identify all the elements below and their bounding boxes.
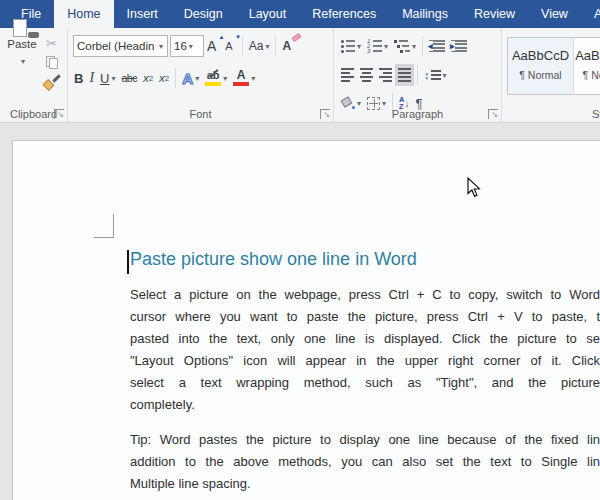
bullets-icon: [341, 40, 355, 53]
sort-down-arrow-icon: ↓: [404, 98, 409, 109]
margin-corner-mark: [94, 214, 114, 238]
document-page[interactable]: Paste picture show one line in Word Sele…: [12, 140, 600, 500]
text-line: Tip: Word pastes the picture to display …: [130, 429, 600, 451]
shrink-font-arrow-icon: ▾: [236, 33, 240, 41]
paste-button[interactable]: Paste ▾: [4, 35, 40, 68]
style-no-spacing[interactable]: AaBbCcDc ¶ No Spac: [574, 38, 600, 94]
document-heading[interactable]: Paste picture show one line in Word: [130, 249, 600, 270]
multilevel-list-icon: [394, 40, 410, 53]
tab-references[interactable]: References: [299, 0, 389, 28]
bold-button[interactable]: B: [71, 67, 86, 89]
grow-font-button[interactable]: A▴: [204, 35, 222, 57]
styles-group-label: Styles: [502, 108, 600, 120]
document-paragraph-2[interactable]: Tip: Word pastes the picture to display …: [130, 429, 600, 495]
style-preview: AaBbCcDc: [574, 48, 600, 63]
numbering-button[interactable]: 1 2 3 ▾: [364, 35, 391, 57]
text-line: addition to the above methods, you can a…: [130, 451, 600, 473]
tab-home[interactable]: Home: [54, 0, 113, 28]
font-dialog-launcher[interactable]: ↘: [320, 109, 330, 119]
numbering-icon: 1 2 3: [367, 40, 382, 53]
font-group: Corbel (Headin ▾ 16 ▾ A▴ A▾ Aa ▾: [68, 28, 334, 122]
align-left-button[interactable]: [338, 64, 357, 86]
clear-formatting-button[interactable]: A: [279, 35, 299, 57]
shrink-font-button[interactable]: A▾: [222, 35, 238, 57]
clipboard-group: Paste ▾ ✂ Clipboard ↘: [0, 28, 68, 122]
ribbon-tab-bar: File Home Insert Design Layout Reference…: [0, 0, 600, 28]
paste-label: Paste: [4, 38, 40, 50]
copy-icon[interactable]: [46, 56, 58, 69]
style-preview: AaBbCcD: [508, 48, 573, 63]
justify-icon: [398, 68, 411, 82]
format-painter-icon[interactable]: [44, 74, 59, 89]
font-name-value: Corbel (Headin: [77, 40, 157, 52]
word-window: File Home Insert Design Layout Reference…: [0, 0, 600, 500]
align-right-button[interactable]: [376, 64, 395, 86]
paste-dropdown-icon[interactable]: ▾: [21, 57, 25, 66]
font-color-icon: A: [233, 70, 249, 86]
paragraph-group: ▾ 1 2 3 ▾ ▾: [334, 28, 502, 122]
tab-design[interactable]: Design: [171, 0, 236, 28]
increase-indent-icon: ▸: [451, 40, 467, 53]
text-effects-icon: A: [182, 70, 193, 87]
subscript-button[interactable]: x2: [140, 67, 156, 89]
tab-addins[interactable]: Add-ins: [581, 0, 600, 28]
text-effects-button[interactable]: A ▾: [179, 67, 202, 89]
change-case-button[interactable]: Aa ▾: [246, 35, 273, 57]
text-line: "Layout Options" icon will appear in the…: [130, 350, 600, 372]
tab-mailings[interactable]: Mailings: [389, 0, 461, 28]
text-line: completely.: [130, 394, 600, 416]
align-center-button[interactable]: [357, 64, 376, 86]
text-line: cursor where you want to paste the pictu…: [130, 306, 600, 328]
bullets-button[interactable]: ▾: [338, 35, 364, 57]
line-spacing-button[interactable]: ↕ ▾: [421, 64, 450, 86]
clipboard-dialog-launcher[interactable]: ↘: [54, 109, 64, 119]
document-paragraph-1[interactable]: Select a picture on the webpage, press C…: [130, 284, 600, 416]
styles-gallery: AaBbCcD ¶ Normal AaBbCcDc ¶ No Spac: [507, 37, 600, 95]
text-line: select a text wrapping method, such as "…: [130, 372, 600, 394]
font-group-label: Font: [68, 108, 333, 120]
increase-indent-button[interactable]: ▸: [448, 35, 470, 57]
paragraph-group-label: Paragraph: [334, 108, 501, 120]
style-normal[interactable]: AaBbCcD ¶ Normal: [508, 38, 574, 94]
tab-insert[interactable]: Insert: [114, 0, 171, 28]
style-name: ¶ No Spac: [574, 69, 600, 81]
strikethrough-button[interactable]: abc: [118, 67, 139, 89]
align-left-icon: [341, 68, 354, 82]
superscript-button[interactable]: x2: [156, 67, 172, 89]
mouse-cursor: [467, 177, 482, 199]
decrease-indent-icon: ◂: [429, 40, 445, 53]
styles-group: AaBbCcD ¶ Normal AaBbCcDc ¶ No Spac Styl…: [502, 28, 600, 122]
decrease-indent-button[interactable]: ◂: [426, 35, 448, 57]
font-name-combobox[interactable]: Corbel (Headin ▾: [73, 35, 168, 57]
justify-button[interactable]: [395, 64, 414, 86]
font-size-dropdown-icon: ▾: [189, 42, 193, 51]
highlight-icon: ab: [205, 70, 221, 86]
font-size-value: 16: [174, 40, 187, 52]
cut-icon[interactable]: ✂: [46, 36, 57, 51]
eraser-icon: [291, 33, 301, 42]
align-right-icon: [379, 68, 392, 82]
text-cursor-caret: [127, 250, 129, 274]
text-line: Multiple line spacing.: [130, 473, 600, 495]
multilevel-list-button[interactable]: ▾: [391, 35, 419, 57]
underline-button[interactable]: U▾: [97, 67, 118, 89]
font-color-button[interactable]: A ▾: [230, 67, 258, 89]
paragraph-dialog-launcher[interactable]: ↘: [488, 109, 498, 119]
align-center-icon: [360, 68, 373, 82]
tab-review[interactable]: Review: [461, 0, 528, 28]
font-name-dropdown-icon: ▾: [159, 42, 163, 51]
italic-button[interactable]: I: [86, 67, 97, 89]
tab-layout[interactable]: Layout: [236, 0, 300, 28]
text-line: pasted into the text, only one line is d…: [130, 328, 600, 350]
ribbon-home: Paste ▾ ✂ Clipboard ↘ Corbel (Headin ▾ 1…: [0, 28, 600, 123]
document-area: Paste picture show one line in Word Sele…: [0, 123, 600, 500]
font-size-combobox[interactable]: 16 ▾: [170, 35, 204, 57]
line-spacing-icon: ↕: [424, 69, 441, 81]
tab-view[interactable]: View: [528, 0, 581, 28]
style-name: ¶ Normal: [508, 69, 573, 81]
text-highlight-button[interactable]: ab ▾: [202, 67, 230, 89]
text-line: Select a picture on the webpage, press C…: [130, 284, 600, 306]
